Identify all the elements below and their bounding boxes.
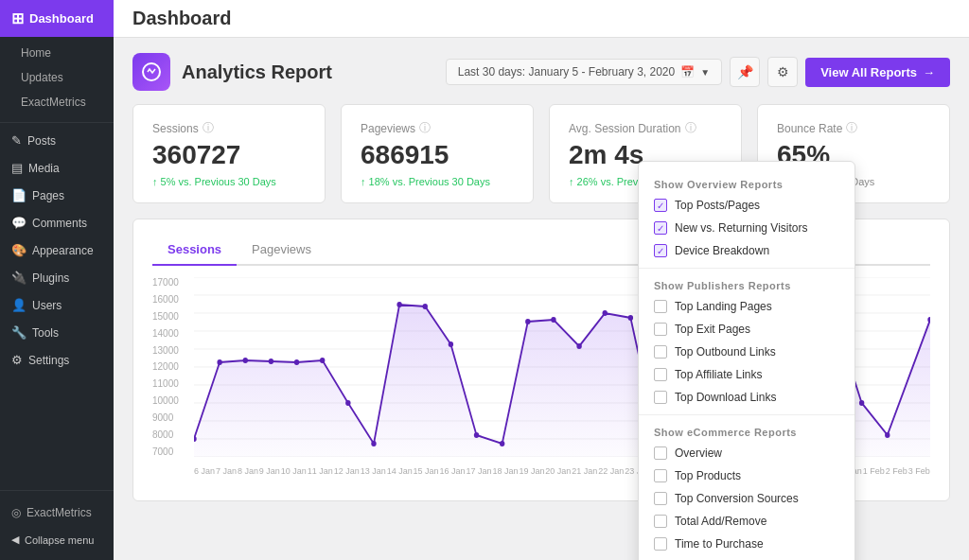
overview-section-label: Show Overview Reports: [639, 173, 854, 194]
analytics-logo: [132, 53, 170, 91]
plugins-icon: 🔌: [11, 271, 26, 285]
sidebar-item-home[interactable]: Home: [0, 41, 114, 65]
chart-dot: [320, 358, 325, 363]
dropdown-item-device[interactable]: ✓ Device Breakdown: [639, 239, 854, 262]
chart-dot: [345, 400, 350, 406]
info-icon-bounce[interactable]: ⓘ: [846, 120, 857, 136]
bounce-label: Bounce Rate ⓘ: [777, 120, 930, 136]
download-label: Top Download Links: [675, 391, 776, 404]
dropdown-item-new-returning[interactable]: ✓ New vs. Returning Visitors: [639, 217, 854, 239]
dropdown-item-overview[interactable]: Overview: [639, 442, 854, 464]
dropdown-item-sessions-purchase[interactable]: Sessions to Purchase: [639, 555, 854, 560]
checkbox-outbound[interactable]: [654, 345, 667, 359]
analytics-title-group: Analytics Report: [132, 53, 332, 91]
sidebar: ⊞ Dashboard Home Updates ExactMetrics ✎ …: [0, 0, 114, 560]
dropdown-item-top-products[interactable]: Top Products: [639, 464, 854, 487]
dropdown-item-download[interactable]: Top Download Links: [639, 386, 854, 409]
collapse-icon: ◀: [11, 534, 19, 546]
chart-dot: [423, 304, 428, 309]
dropdown-item-landing[interactable]: Top Landing Pages: [639, 295, 854, 318]
time-purchase-label: Time to Purchase: [675, 537, 764, 551]
dropdown-item-time-purchase[interactable]: Time to Purchase: [639, 533, 854, 555]
dropdown-item-add-remove[interactable]: Total Add/Remove: [639, 510, 854, 533]
sidebar-item-pages[interactable]: 📄 Pages: [0, 182, 114, 209]
exactmetrics-icon: ◎: [11, 506, 21, 519]
dropdown-item-affiliate[interactable]: Top Affiliate Links: [639, 363, 854, 386]
sidebar-item-appearance[interactable]: 🎨 Appearance: [0, 236, 114, 264]
settings-button[interactable]: ⚙: [767, 57, 798, 87]
pin-button[interactable]: 📌: [730, 57, 760, 87]
checkbox-conversion[interactable]: [654, 492, 667, 505]
checkbox-top-products[interactable]: [654, 469, 667, 482]
device-label: Device Breakdown: [675, 244, 769, 257]
sessions-label: Sessions ⓘ: [152, 120, 306, 136]
date-range-text: Last 30 days: January 5 - February 3, 20…: [458, 65, 675, 79]
sidebar-exactmetrics[interactable]: ◎ ExactMetrics: [0, 499, 114, 527]
info-icon-pageviews[interactable]: ⓘ: [419, 120, 431, 136]
calendar-icon: 📅: [680, 65, 695, 79]
checkbox-exit[interactable]: [654, 323, 667, 336]
checkbox-landing[interactable]: [654, 300, 667, 313]
checkbox-download[interactable]: [654, 391, 667, 404]
sidebar-item-users[interactable]: 👤 Users: [0, 291, 114, 319]
sidebar-bottom: ◎ ExactMetrics ◀ Collapse menu: [0, 490, 114, 560]
dropdown-item-exit[interactable]: Top Exit Pages: [639, 318, 854, 341]
gear-icon: ⚙: [777, 64, 789, 79]
dropdown-item-outbound[interactable]: Top Outbound Links: [639, 341, 854, 363]
pageviews-value: 686915: [361, 140, 514, 170]
sidebar-item-comments[interactable]: 💬 Comments: [0, 209, 114, 236]
sidebar-item-plugins[interactable]: 🔌 Plugins: [0, 264, 114, 291]
tab-pageviews[interactable]: Pageviews: [237, 235, 326, 266]
affiliate-label: Top Affiliate Links: [675, 368, 763, 381]
dropdown-item-conversion[interactable]: Top Conversion Sources: [639, 487, 854, 510]
chart-dot: [243, 358, 248, 363]
dropdown-divider-2: [639, 414, 854, 415]
tab-sessions[interactable]: Sessions: [152, 235, 237, 266]
view-all-reports-button[interactable]: View All Reports →: [805, 58, 950, 87]
sidebar-item-posts-label: Posts: [27, 134, 56, 148]
overview-label: Overview: [675, 446, 722, 460]
info-icon-avg[interactable]: ⓘ: [685, 120, 696, 136]
info-icon-sessions[interactable]: ⓘ: [203, 120, 214, 136]
sessions-change-text: ↑ 5% vs. Previous 30 Days: [152, 176, 276, 187]
checkbox-time-purchase[interactable]: [654, 537, 667, 551]
tools-icon: 🔧: [11, 325, 26, 340]
view-all-label: View All Reports: [820, 65, 917, 79]
page-title: Dashboard: [132, 8, 231, 29]
sidebar-item-exactmetrics-top[interactable]: ExactMetrics: [0, 90, 114, 114]
chart-dot: [474, 432, 479, 438]
sessions-change: ↑ 5% vs. Previous 30 Days: [152, 176, 306, 187]
sidebar-item-comments-label: Comments: [32, 217, 87, 230]
date-picker[interactable]: Last 30 days: January 5 - February 3, 20…: [446, 59, 722, 85]
sidebar-header[interactable]: ⊞ Dashboard: [0, 0, 114, 37]
top-products-label: Top Products: [675, 469, 741, 482]
top-posts-label: Top Posts/Pages: [675, 199, 760, 212]
chart-dot: [885, 432, 890, 438]
checkbox-new-returning[interactable]: ✓: [654, 221, 667, 235]
dropdown-item-top-posts[interactable]: ✓ Top Posts/Pages: [639, 194, 854, 217]
analytics-logo-svg: [140, 61, 163, 83]
chart-dot: [551, 317, 555, 323]
checkbox-add-remove[interactable]: [654, 515, 667, 528]
dashboard-icon: ⊞: [11, 9, 24, 27]
comments-icon: 💬: [11, 216, 26, 230]
sidebar-top-nav: Home Updates ExactMetrics: [0, 37, 114, 118]
checkbox-top-posts[interactable]: ✓: [654, 199, 667, 212]
checkbox-device[interactable]: ✓: [654, 244, 667, 257]
sidebar-item-appearance-label: Appearance: [32, 244, 94, 257]
sidebar-item-media[interactable]: ▤ Media: [0, 154, 114, 182]
sidebar-collapse[interactable]: ◀ Collapse menu: [0, 527, 114, 552]
content-area: Analytics Report Last 30 days: January 5…: [114, 38, 969, 560]
checkbox-overview[interactable]: [654, 446, 667, 460]
sidebar-item-tools[interactable]: 🔧 Tools: [0, 319, 114, 346]
users-icon: 👤: [11, 298, 26, 312]
landing-label: Top Landing Pages: [675, 300, 772, 313]
chart-dot: [576, 343, 581, 349]
sidebar-item-settings[interactable]: ⚙ Settings: [0, 346, 114, 374]
chart-dot: [217, 359, 221, 365]
checkbox-affiliate[interactable]: [654, 368, 667, 381]
chart-dot: [500, 441, 504, 446]
sidebar-item-updates[interactable]: Updates: [0, 65, 114, 90]
sidebar-item-posts[interactable]: ✎ Posts: [0, 127, 114, 154]
pin-icon: 📌: [737, 64, 753, 79]
